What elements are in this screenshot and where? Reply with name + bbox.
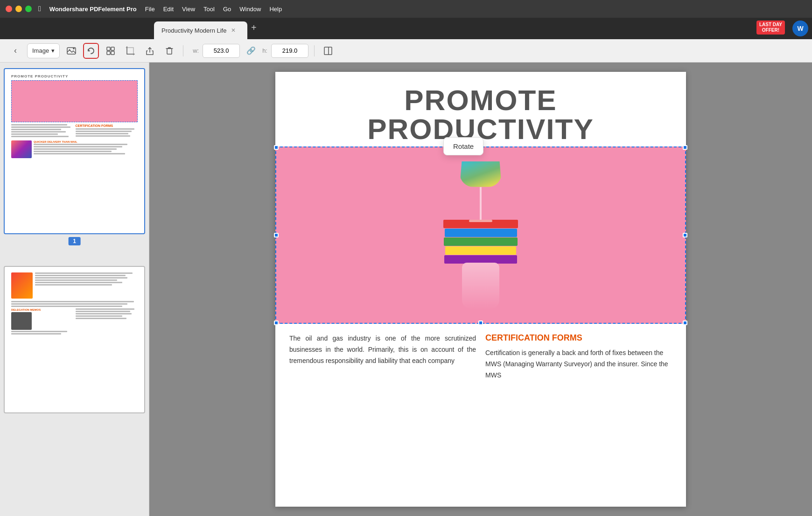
group-button[interactable] <box>103 43 119 59</box>
share-button[interactable] <box>142 43 158 59</box>
page-1-thumbnail[interactable]: PROMOTE PRODUCTIVITY <box>4 68 145 234</box>
menu-edit[interactable]: Edit <box>163 6 174 13</box>
thumb-text-area: CERTIFICATION FORMS <box>11 124 138 138</box>
page-1-thumb-content: PROMOTE PRODUCTIVITY <box>7 72 141 230</box>
page-number-1: 1 <box>68 237 81 245</box>
back-icon: ‹ <box>14 46 17 56</box>
cert-forms-text: Certification is generally a back and fo… <box>485 348 672 381</box>
link-icon: 🔗 <box>246 46 256 55</box>
menu-bar:  Wondershare PDFelement Pro File Edit V… <box>0 0 812 18</box>
svg-rect-4 <box>107 47 110 50</box>
apple-logo:  <box>38 5 41 13</box>
crop-icon <box>126 46 135 56</box>
svg-rect-6 <box>107 51 110 55</box>
thumb-sub-image <box>11 140 32 158</box>
user-avatar[interactable]: W <box>792 21 808 36</box>
pdf-right-column: CERTIFICATION FORMS Certification is gen… <box>485 333 672 381</box>
thumb-image-area <box>11 80 138 122</box>
svg-rect-5 <box>111 47 114 50</box>
menu-file[interactable]: File <box>145 6 155 13</box>
selected-image-container[interactable] <box>275 146 686 324</box>
crop-button[interactable] <box>122 43 138 59</box>
add-image-icon <box>67 46 76 56</box>
layout-button[interactable] <box>320 43 336 59</box>
pdf-left-column: The oil and gas industry is one of the m… <box>289 333 476 381</box>
rotate-tooltip: Rotate <box>443 137 483 155</box>
svg-rect-10 <box>324 47 332 55</box>
pink-image-area <box>275 146 686 324</box>
traffic-lights <box>6 6 32 12</box>
app-name: Wondershare PDFelement Pro <box>49 6 137 13</box>
pdf-viewer[interactable]: Rotate PROMOTE PRODUCTIVITY <box>149 63 812 516</box>
document-tab[interactable]: Productivity Modern Life ✕ <box>154 21 247 39</box>
tooltip-text: Rotate <box>453 142 474 150</box>
toolbar: ‹ Image ▾ <box>0 39 812 63</box>
cert-forms-title: CERTIFICATION FORMS <box>485 333 672 343</box>
tab-title: Productivity Modern Life <box>161 27 226 34</box>
layout-icon <box>323 46 333 56</box>
thumb-orange-subtitle: QUICKER DELIVERY THAN MAIL <box>34 140 138 143</box>
width-input[interactable] <box>203 44 240 58</box>
minimize-button[interactable] <box>15 6 22 12</box>
chevron-down-icon: ▾ <box>51 47 55 54</box>
image-dropdown-label: Image <box>32 47 49 54</box>
pdf-body-text: The oil and gas industry is one of the m… <box>289 333 476 366</box>
tab-close-button[interactable]: ✕ <box>231 27 236 34</box>
close-button[interactable] <box>6 6 12 12</box>
thumb2-image <box>11 272 33 299</box>
avatar-initial: W <box>797 25 803 32</box>
thumb-cert-title: CERTIFICATION FORMS <box>76 124 138 127</box>
svg-rect-7 <box>111 51 114 55</box>
trash-icon <box>165 46 174 56</box>
pdf-body: The oil and gas industry is one of the m… <box>275 324 686 390</box>
rotate-button[interactable] <box>83 43 99 59</box>
page-2-thumb-content: DELEGATION MEMOS <box>7 270 141 410</box>
menu-tool[interactable]: Tool <box>203 6 215 13</box>
menu-help[interactable]: Help <box>269 6 282 13</box>
toolbar-separator <box>183 45 183 56</box>
pdf-title: PROMOTE PRODUCTIVITY <box>275 72 686 144</box>
svg-rect-9 <box>167 49 172 54</box>
height-label: h: <box>262 47 267 54</box>
share-icon <box>145 46 154 56</box>
group-icon <box>106 46 115 56</box>
promo-badge: LAST DAY OFFER! <box>756 21 785 35</box>
thumb2-small-image <box>11 312 32 330</box>
menu-items: File Edit View Tool Go Window Help <box>145 6 282 13</box>
menu-window[interactable]: Window <box>239 6 261 13</box>
thumb2-delegation-title: DELEGATION MEMOS <box>11 308 74 311</box>
image-dropdown-button[interactable]: Image ▾ <box>27 43 60 58</box>
rotate-icon <box>86 46 96 56</box>
delete-button[interactable] <box>161 43 177 59</box>
new-tab-button[interactable]: + <box>251 22 257 33</box>
menu-go[interactable]: Go <box>223 6 231 13</box>
toolbar-separator-2 <box>314 45 315 56</box>
height-input[interactable] <box>271 44 308 58</box>
thumbnail-panel: PROMOTE PRODUCTIVITY <box>0 63 149 516</box>
fullscreen-button[interactable] <box>25 6 32 12</box>
menu-view[interactable]: View <box>182 6 195 13</box>
add-image-button[interactable] <box>63 43 79 59</box>
thumb-main-title: PROMOTE PRODUCTIVITY <box>11 75 138 79</box>
promo-label: LAST DAY OFFER! <box>759 22 782 33</box>
main-area: PROMOTE PRODUCTIVITY <box>0 63 812 516</box>
back-button[interactable]: ‹ <box>7 43 23 59</box>
page-2-thumbnail[interactable]: DELEGATION MEMOS <box>4 266 145 413</box>
width-label: w: <box>193 47 199 54</box>
tab-bar: Productivity Modern Life ✕ + LAST DAY OF… <box>0 18 812 39</box>
